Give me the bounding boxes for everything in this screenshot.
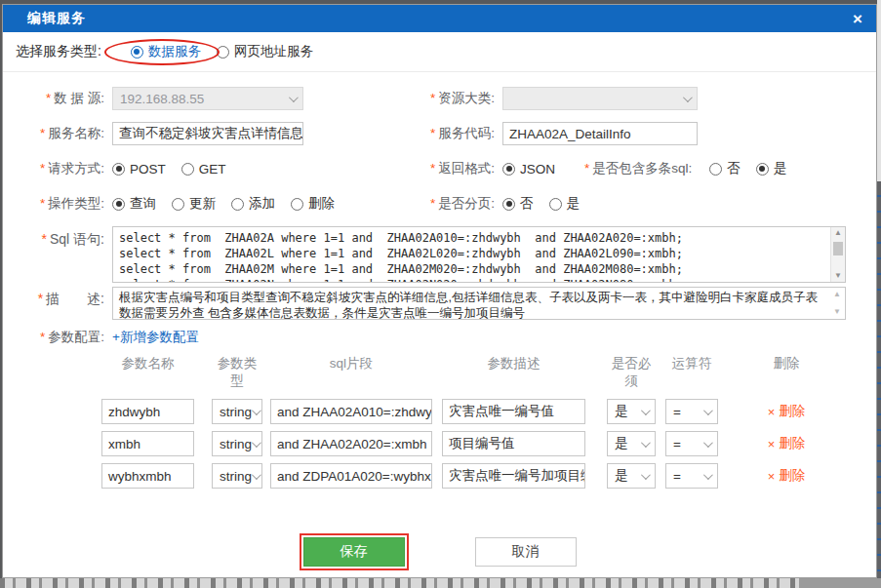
- sql-scrollbar[interactable]: ▲ ▼: [830, 227, 845, 282]
- request-method-label: *请求方式:: [3, 160, 112, 177]
- radio-get[interactable]: GET: [181, 162, 226, 176]
- radio-unselected-icon: [231, 198, 244, 211]
- form-body: *数 据 源: 192.168.88.55 *资源大类: *服务名称: 查询: [3, 72, 876, 489]
- scroll-up-icon[interactable]: ▲: [833, 291, 841, 298]
- service-code-label: *服务代码:: [417, 125, 502, 142]
- delete-x-icon: ×: [768, 437, 776, 451]
- radio-post[interactable]: POST: [112, 162, 166, 176]
- radio-op-add[interactable]: 添加: [231, 195, 275, 213]
- params-table-header: 参数名称 参数类型 sql片段 参数描述 是否必须 运算符 删除: [101, 355, 876, 390]
- param-type-select[interactable]: string: [212, 431, 262, 456]
- param-name-input[interactable]: zhdwybh: [101, 399, 194, 424]
- delete-param-button[interactable]: ×删除: [757, 467, 816, 485]
- radio-paging-no[interactable]: 否: [502, 195, 534, 213]
- radio-unselected-icon: [549, 198, 562, 211]
- page-edge-right: [877, 0, 881, 578]
- param-sql-input[interactable]: and ZHAA02A010=:zhdwybh: [270, 399, 432, 424]
- chevron-down-icon: [641, 438, 651, 448]
- service-type-label: 选择服务类型:: [16, 43, 101, 60]
- chevron-down-icon: [641, 406, 651, 415]
- chevron-down-icon: [252, 406, 261, 415]
- chevron-down-icon: [641, 470, 651, 480]
- chevron-down-icon: [703, 470, 713, 480]
- sql-textarea[interactable]: select * from ZHAA02A where 1=1 and ZHAA…: [112, 226, 846, 283]
- save-button[interactable]: 保存: [303, 537, 405, 567]
- chevron-down-icon: [683, 93, 693, 102]
- operation-type-label: *操作类型:: [3, 195, 112, 213]
- radio-selected-icon: [756, 163, 769, 176]
- cancel-button[interactable]: 取消: [475, 537, 577, 567]
- radio-selected-icon: [112, 198, 125, 211]
- param-sql-input[interactable]: and ZDPA01A020=:wybhxmbh: [270, 463, 432, 489]
- delete-x-icon: ×: [768, 469, 776, 484]
- param-row: wybhxmbh string and ZDPA01A020=:wybhxmbh…: [101, 463, 876, 489]
- header-param-name: 参数名称: [101, 355, 194, 390]
- scroll-down-icon[interactable]: ▼: [831, 271, 845, 281]
- delete-param-button[interactable]: ×删除: [757, 435, 816, 452]
- radio-data-service[interactable]: 数据服务: [131, 43, 201, 60]
- param-desc-input[interactable]: 项目编号值: [442, 431, 585, 456]
- param-required-select[interactable]: 是: [607, 431, 656, 456]
- scroll-up-icon[interactable]: ▲: [831, 228, 845, 238]
- param-required-select[interactable]: 是: [607, 399, 656, 424]
- radio-op-update[interactable]: 更新: [172, 195, 216, 213]
- dialog-title: 编辑服务: [27, 10, 86, 27]
- scrollbar-thumb[interactable]: [833, 242, 843, 255]
- radio-selected-icon: [131, 46, 143, 59]
- pagination-label: *是否分页:: [417, 195, 502, 213]
- description-textarea[interactable]: 根据灾害点编号和项目类型查询不稳定斜坡灾害点的详细信息,包括详细信息表、子表以及…: [112, 287, 846, 320]
- param-desc-input[interactable]: 灾害点唯一编号加项目编号值: [442, 463, 585, 489]
- param-operator-select[interactable]: =: [665, 431, 718, 456]
- param-operator-select[interactable]: =: [665, 399, 718, 424]
- add-param-link[interactable]: +新增参数配置: [112, 329, 199, 346]
- multi-sql-label: *是否包含多条sql:: [584, 160, 692, 177]
- param-desc-input[interactable]: 灾害点唯一编号值: [442, 399, 585, 424]
- description-label: *描 述:: [3, 287, 112, 308]
- close-icon[interactable]: ×: [853, 11, 862, 27]
- data-source-select[interactable]: 192.168.88.55: [112, 87, 303, 110]
- header-sql-fragment: sql片段: [270, 355, 432, 390]
- radio-unselected-icon: [291, 198, 303, 211]
- resource-category-select[interactable]: [502, 87, 698, 110]
- radio-unselected-icon: [172, 198, 184, 211]
- header-required: 是否必须: [607, 355, 656, 390]
- sql-label: *Sql 语句:: [3, 226, 112, 249]
- screen: 编辑服务 × 选择服务类型: 数据服务 网页地址服务 *数 据 源: 192.1…: [0, 0, 881, 588]
- background-page-strip: [0, 578, 881, 588]
- radio-selected-icon: [502, 198, 515, 211]
- header-operator: 运算符: [665, 355, 718, 390]
- param-row: xmbh string and ZHAA02A020=:xmbh 项目编号值 是…: [101, 431, 876, 456]
- resource-category-label: *资源大类:: [417, 90, 502, 107]
- chevron-down-icon: [252, 438, 261, 448]
- header-delete: 删除: [757, 355, 816, 390]
- service-type-row: 选择服务类型: 数据服务 网页地址服务: [3, 32, 876, 72]
- radio-op-query[interactable]: 查询: [112, 195, 156, 213]
- chevron-down-icon: [252, 470, 261, 480]
- param-name-input[interactable]: wybhxmbh: [101, 463, 194, 489]
- params-table: 参数名称 参数类型 sql片段 参数描述 是否必须 运算符 删除 zhdwybh…: [101, 355, 876, 489]
- radio-paging-yes[interactable]: 是: [549, 195, 581, 213]
- radio-web-address-service[interactable]: 网页地址服务: [217, 43, 313, 60]
- param-type-select[interactable]: string: [212, 399, 262, 424]
- service-name-input[interactable]: 查询不稳定斜坡灾害点详情信息: [112, 122, 303, 145]
- param-sql-input[interactable]: and ZHAA02A020=:xmbh: [270, 431, 432, 456]
- dialog-titlebar: 编辑服务 ×: [3, 5, 876, 32]
- delete-param-button[interactable]: ×删除: [757, 403, 816, 420]
- param-config-label: *参数配置:: [3, 329, 112, 346]
- radio-multisql-yes[interactable]: 是: [756, 160, 787, 177]
- radio-multisql-no[interactable]: 否: [709, 160, 741, 177]
- radio-op-delete[interactable]: 删除: [291, 195, 335, 213]
- scroll-down-icon[interactable]: ▼: [833, 308, 841, 316]
- param-operator-select[interactable]: =: [665, 463, 718, 489]
- chevron-down-icon: [703, 438, 713, 448]
- dialog-actions: 保存 取消: [3, 537, 876, 567]
- radio-unselected-icon: [709, 163, 722, 176]
- param-name-input[interactable]: xmbh: [101, 431, 194, 456]
- radio-json[interactable]: JSON: [502, 162, 555, 176]
- param-required-select[interactable]: 是: [607, 463, 656, 489]
- radio-unselected-icon: [217, 46, 229, 59]
- radio-unselected-icon: [181, 163, 194, 176]
- param-type-select[interactable]: string: [212, 463, 262, 489]
- service-code-input[interactable]: ZHAA02A_DetailInfo: [502, 122, 698, 145]
- chevron-down-icon: [703, 406, 713, 415]
